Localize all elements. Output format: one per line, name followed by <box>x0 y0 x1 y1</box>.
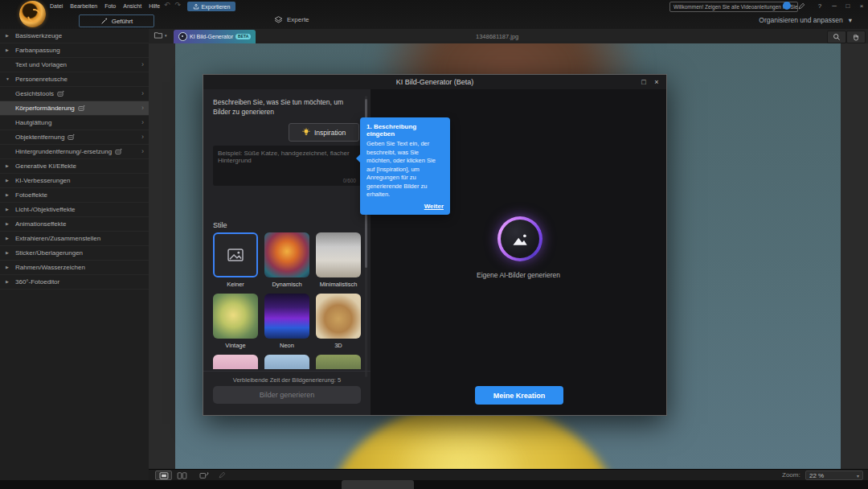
sidebar-item-gesichtstools[interactable]: Gesichtstools› <box>0 87 149 101</box>
style-card-3d[interactable] <box>316 294 361 339</box>
wand-icon <box>100 17 108 25</box>
style-card-partial[interactable] <box>316 355 361 369</box>
pan-tool-button[interactable] <box>846 31 866 43</box>
tri-right-icon: ▶ <box>6 275 9 289</box>
tri-right-icon: ▶ <box>6 246 9 260</box>
sidebar-item-licht-objektiveffekte[interactable]: ▶Licht-/Objektiveffekte <box>0 203 149 217</box>
sidebar-item-text-vorlagen[interactable]: Text und Vorlagen› <box>0 58 149 72</box>
organize-dropdown[interactable]: Organisieren und anpassen ▾ <box>759 16 852 24</box>
mountain-image-icon <box>511 232 529 247</box>
chevron-right-icon: › <box>141 87 144 100</box>
zoom-tool-button[interactable] <box>827 31 846 43</box>
inspiration-button[interactable]: Inspiration <box>289 123 359 142</box>
maximize-button[interactable]: □ <box>842 1 854 11</box>
sidebar-label: Gesichtstools <box>15 90 54 97</box>
style-label: Keiner <box>211 281 260 288</box>
view-single-button[interactable] <box>155 471 172 480</box>
pen-button[interactable] <box>213 471 230 480</box>
sidebar-label: Rahmen/Wasserzeichen <box>15 264 85 271</box>
tab-ki-bild-generator[interactable]: KI Bild-Generator BETA <box>174 30 256 43</box>
browser-folder-button[interactable]: ▾ <box>154 31 167 39</box>
sidebar-item-360-fotoeditor[interactable]: ▶360°-Fotoeditor <box>0 275 149 290</box>
style-card-partial[interactable] <box>213 355 258 369</box>
sidebar-label: 360°-Fotoeditor <box>15 278 59 286</box>
sidebar-item-extrahieren[interactable]: ▶Extrahieren/Zusammenstellen <box>0 232 149 246</box>
sidebar-item-rahmen[interactable]: ▶Rahmen/Wasserzeichen <box>0 261 149 275</box>
style-card-dynamisch[interactable] <box>264 232 309 277</box>
redo-button[interactable]: ↷ <box>175 1 182 9</box>
sidebar-label: Hautglättung <box>15 119 51 126</box>
style-label: Neon <box>263 342 311 349</box>
zoom-level-dropdown[interactable]: 22 % ▾ <box>805 471 863 480</box>
menu-hilfe[interactable]: Hilfe <box>149 3 160 9</box>
sidebar-item-animationseffekte[interactable]: ▶Animationseffekte <box>0 217 149 232</box>
mode-tab-expert[interactable]: Experte <box>274 15 309 24</box>
tri-right-icon: ▶ <box>6 29 9 43</box>
close-button[interactable]: × <box>856 1 867 11</box>
mode-tab-guided[interactable]: Geführt <box>79 14 154 27</box>
chevron-down-icon: ▾ <box>857 473 859 479</box>
sidebar-label: Körperformänderung <box>15 105 75 112</box>
history-controls: ↶ ↷ <box>164 1 181 9</box>
welcome-notification[interactable]: Willkommen! Zeigen Sie alle Videoanleitu… <box>669 2 798 12</box>
sidebar-item-hintergrundentfernung[interactable]: Hintergrundentfernung/-ersetzung› <box>0 145 149 159</box>
sidebar-item-personenretusche[interactable]: ▼Personenretusche <box>0 72 149 87</box>
sidebar-item-ki-verbesserungen[interactable]: ▶KI-Verbesserungen <box>0 174 149 188</box>
sidebar-item-sticker[interactable]: ▶Sticker/Überlagerungen <box>0 246 149 261</box>
prompt-input[interactable] <box>213 146 361 176</box>
style-card-partial[interactable] <box>264 355 309 369</box>
tri-right-icon: ▶ <box>6 188 9 202</box>
hand-icon <box>852 33 860 41</box>
tooltip-next-link[interactable]: Weiter <box>366 203 444 210</box>
minimize-button[interactable]: ─ <box>829 1 840 11</box>
tooltip-title: 1. Beschreibung eingeben <box>366 123 444 138</box>
dialog-close-button[interactable]: × <box>650 75 663 89</box>
style-card-neon[interactable] <box>264 294 309 339</box>
style-label: Vintage <box>211 342 260 349</box>
pen-icon <box>218 471 226 479</box>
sidebar-label: Extrahieren/Zusammenstellen <box>15 235 100 242</box>
tri-right-icon: ▶ <box>6 43 9 57</box>
style-label: Minimalistisch <box>314 281 362 288</box>
dialog-maximize-button[interactable]: □ <box>637 75 650 89</box>
ki-generator-icon <box>178 32 187 41</box>
export-icon <box>193 3 199 10</box>
undo-button[interactable]: ↶ <box>164 1 170 9</box>
coach-tooltip: 1. Beschreibung eingeben Geben Sie Text … <box>360 117 450 215</box>
export-button[interactable]: Exportieren <box>187 2 235 11</box>
tri-down-icon: ▼ <box>6 72 10 86</box>
prompt-instruction: Beschreiben Sie, was Sie tun möchten, um… <box>213 97 361 117</box>
tri-right-icon: ▶ <box>6 217 9 231</box>
menu-datei[interactable]: Datei <box>50 3 63 9</box>
style-card-minimalistisch[interactable] <box>316 232 361 277</box>
rotate-button[interactable] <box>195 471 212 480</box>
style-card-vintage[interactable] <box>213 294 258 339</box>
sidebar-item-fotoeffekte[interactable]: ▶Fotoeffekte <box>0 188 149 203</box>
menu-foto[interactable]: Foto <box>104 3 116 9</box>
sidebar-item-farbanpassung[interactable]: ▶Farbanpassung <box>0 43 149 58</box>
menu-ansicht[interactable]: Ansicht <box>123 3 141 9</box>
sidebar-item-hautglaettung[interactable]: Hautglättung› <box>0 116 149 130</box>
chevron-right-icon: › <box>141 101 144 114</box>
view-split-button[interactable] <box>174 471 190 480</box>
sidebar-item-objektentfernung[interactable]: Objektentfernung› <box>0 130 149 145</box>
chevron-down-icon: ▾ <box>165 33 167 38</box>
sidebar-item-koerperformaenderung[interactable]: Körperformänderung› <box>0 101 149 116</box>
style-card-keiner[interactable] <box>213 232 258 277</box>
sidebar-item-basiswerkzeuge[interactable]: ▶Basiswerkzeuge <box>0 29 149 43</box>
sidebar-item-generative-ki[interactable]: ▶Generative KI/Effekte <box>0 159 149 174</box>
generate-button[interactable]: Bilder generieren <box>213 386 361 404</box>
sidebar-label: Fotoeffekte <box>15 191 47 199</box>
panel-handle[interactable] <box>342 480 414 489</box>
empty-state-label: Eigene AI-Bilder generieren <box>371 271 666 279</box>
divider <box>203 371 371 372</box>
tools-sidebar: ▶Basiswerkzeuge ▶Farbanpassung Text und … <box>0 29 149 480</box>
help-button[interactable]: ? <box>814 1 825 11</box>
rotate-icon <box>199 471 209 479</box>
document-tabstrip: ▾ KI Bild-Generator BETA 1348681187.jpg <box>149 29 868 44</box>
bottom-strip <box>0 480 868 489</box>
launch-icon[interactable] <box>796 1 807 10</box>
ai-feature-icon <box>68 134 76 142</box>
menu-bearbeiten[interactable]: Bearbeiten <box>70 3 97 9</box>
my-creation-button[interactable]: Meine Kreation <box>475 386 563 405</box>
